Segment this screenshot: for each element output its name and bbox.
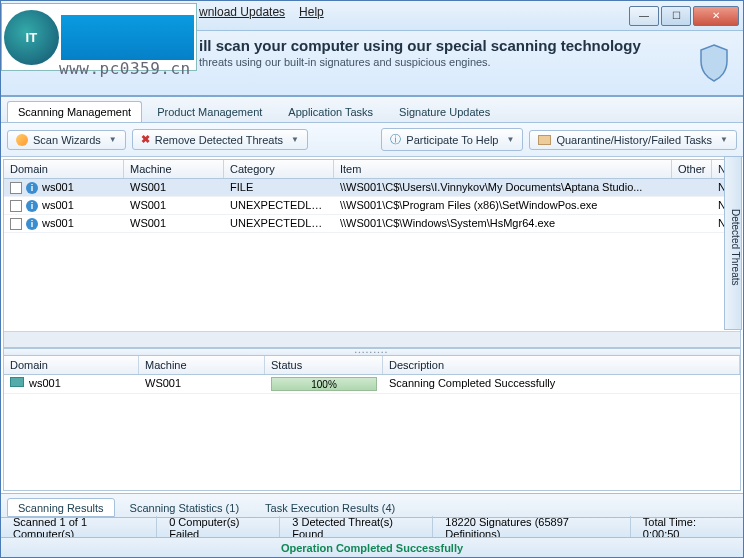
grid-body[interactable]: ws001 WS001 100% Scanning Completed Succ… <box>4 375 740 490</box>
menu-help[interactable]: Help <box>299 5 324 19</box>
col-domain[interactable]: Domain <box>4 356 139 374</box>
status-bar-operation: Operation Completed Successfully <box>1 537 743 557</box>
status-signatures: 18220 Signatures (65897 Definitions) <box>433 516 630 540</box>
main-tabs: Scanning Management Product Management A… <box>1 97 743 123</box>
remove-threats-button[interactable]: ✖Remove Detected Threats▼ <box>132 129 308 150</box>
tab-scanning-statistics[interactable]: Scanning Statistics (1) <box>119 498 250 517</box>
minimize-button[interactable]: — <box>629 6 659 26</box>
col-domain[interactable]: Domain <box>4 160 124 178</box>
computer-icon <box>10 377 24 387</box>
delete-icon: ✖ <box>141 133 150 146</box>
table-row[interactable]: iws001 WS001 UNEXPECTEDLOCATI... \\WS001… <box>4 215 740 233</box>
progress-bar: 100% <box>271 377 377 391</box>
banner: IT www.pc0359.cn wnload Updates Help ill… <box>1 31 743 97</box>
quarantine-button[interactable]: Quarantine/History/Failed Tasks▼ <box>529 130 737 150</box>
chevron-down-icon: ▼ <box>506 135 514 144</box>
col-other[interactable]: Other <box>672 160 712 178</box>
row-checkbox[interactable] <box>10 218 22 230</box>
col-status[interactable]: Status <box>265 356 383 374</box>
scan-wizards-button[interactable]: Scan Wizards▼ <box>7 130 126 150</box>
table-row[interactable]: iws001 WS001 FILE \\WS001\C$\Users\I.Vin… <box>4 179 740 197</box>
banner-subtitle: threats using our built-in signatures an… <box>199 56 641 68</box>
row-checkbox[interactable] <box>10 200 22 212</box>
watermark-text: www.pc0359.cn <box>59 59 191 78</box>
bottom-tabs: Scanning Results Scanning Statistics (1)… <box>1 493 743 517</box>
operation-status: Operation Completed Successfully <box>281 542 463 554</box>
chevron-down-icon: ▼ <box>109 135 117 144</box>
tab-scanning-management[interactable]: Scanning Management <box>7 101 142 122</box>
status-bar: Scanned 1 of 1 Computer(s) 0 Computer(s)… <box>1 517 743 537</box>
table-row[interactable]: iws001 WS001 UNEXPECTEDLOCATI... \\WS001… <box>4 197 740 215</box>
info-icon: i <box>26 218 38 230</box>
tab-product-management[interactable]: Product Management <box>146 101 273 122</box>
toolbar: Scan Wizards▼ ✖Remove Detected Threats▼ … <box>1 123 743 157</box>
maximize-button[interactable]: ☐ <box>661 6 691 26</box>
banner-title: ill scan your computer using our special… <box>199 37 641 54</box>
participate-button[interactable]: ⓘParticipate To Help▼ <box>381 128 523 151</box>
col-category[interactable]: Category <box>224 160 334 178</box>
info-icon: ⓘ <box>390 132 401 147</box>
chevron-down-icon: ▼ <box>720 135 728 144</box>
col-item[interactable]: Item <box>334 160 672 178</box>
tab-signature-updates[interactable]: Signature Updates <box>388 101 501 122</box>
col-machine[interactable]: Machine <box>124 160 224 178</box>
chevron-down-icon: ▼ <box>291 135 299 144</box>
col-machine[interactable]: Machine <box>139 356 265 374</box>
grid-header: Domain Machine Category Item Other Na... <box>4 160 740 179</box>
status-scanned: Scanned 1 of 1 Computer(s) <box>1 516 157 540</box>
status-time: Total Time: 0:00:50 <box>631 516 743 540</box>
row-checkbox[interactable] <box>10 182 22 194</box>
menu-bar: wnload Updates Help <box>199 5 324 19</box>
wand-icon <box>16 134 28 146</box>
info-icon: i <box>26 200 38 212</box>
grid-body[interactable]: iws001 WS001 FILE \\WS001\C$\Users\I.Vin… <box>4 179 740 331</box>
menu-download-updates[interactable]: wnload Updates <box>199 5 285 19</box>
shield-icon <box>697 43 731 83</box>
content-area: Domain Machine Category Item Other Na...… <box>3 159 741 491</box>
status-failed: 0 Computer(s) Failed <box>157 516 280 540</box>
folder-icon <box>538 135 551 145</box>
horizontal-scrollbar[interactable] <box>4 331 740 347</box>
table-row[interactable]: ws001 WS001 100% Scanning Completed Succ… <box>4 375 740 394</box>
logo-icon: IT <box>4 10 59 65</box>
tab-task-execution-results[interactable]: Task Execution Results (4) <box>254 498 406 517</box>
grid-header: Domain Machine Status Description <box>4 356 740 375</box>
detected-threats-sidebar[interactable]: Detected Threats <box>724 156 742 330</box>
status-threats: 3 Detected Threat(s) Found <box>280 516 433 540</box>
logo-bar <box>61 15 194 60</box>
tab-scanning-results[interactable]: Scanning Results <box>7 498 115 517</box>
threats-grid: Domain Machine Category Item Other Na...… <box>4 160 740 348</box>
status-grid: Domain Machine Status Description ws001 … <box>4 356 740 490</box>
splitter-handle[interactable]: ▪▪▪▪▪▪▪▪▪ <box>4 348 740 356</box>
col-description[interactable]: Description <box>383 356 740 374</box>
app-window: — ☐ ✕ IT www.pc0359.cn wnload Updates He… <box>0 0 744 558</box>
info-icon: i <box>26 182 38 194</box>
close-button[interactable]: ✕ <box>693 6 739 26</box>
tab-application-tasks[interactable]: Application Tasks <box>277 101 384 122</box>
